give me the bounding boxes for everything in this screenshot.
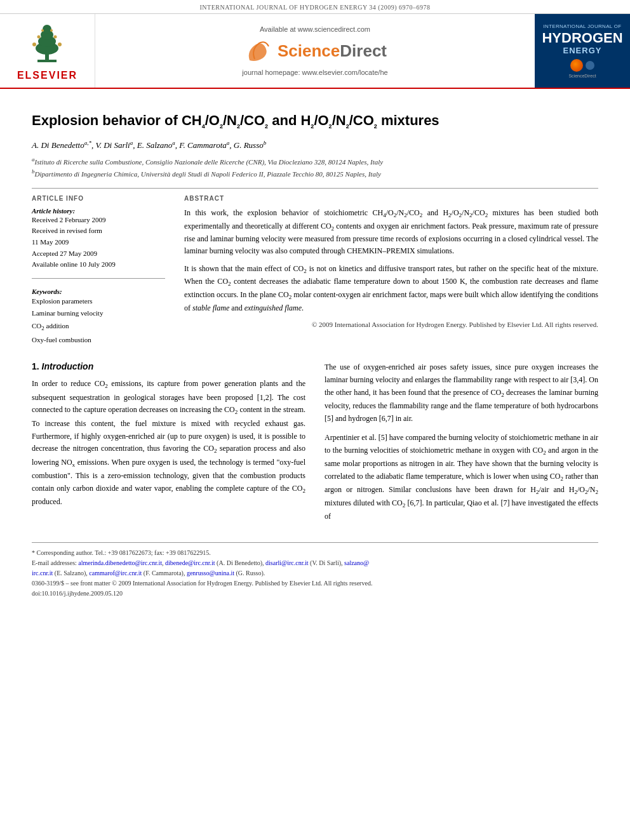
elsevier-logo-section: ELSEVIER: [0, 14, 95, 88]
accepted-date: Accepted 27 May 2009: [32, 248, 165, 260]
svg-point-7: [58, 43, 62, 46]
elsevier-logo: ELSEVIER: [17, 20, 77, 81]
svg-rect-1: [37, 60, 57, 62]
svg-point-11: [50, 29, 53, 32]
svg-point-6: [32, 43, 36, 46]
journal-cover-line3: ENERGY: [563, 46, 602, 55]
article-title: Explosion behavior of CH4/O2/N2/CO2 and …: [32, 112, 598, 131]
svg-point-5: [43, 25, 51, 34]
page-header: ELSEVIER Available at www.sciencedirect.…: [0, 14, 630, 89]
keywords-label: Keywords:: [32, 288, 165, 295]
abstract-copyright: © 2009 International Association for Hyd…: [184, 319, 598, 331]
keyword-4: Oxy-fuel combustion: [32, 334, 165, 347]
revised-date: 11 May 2009: [32, 237, 165, 248]
footer-doi: doi:10.1016/j.ijhydene.2009.05.120: [32, 589, 598, 599]
abstract-column: ABSTRACT In this work, the explosion beh…: [184, 195, 598, 347]
cover-publisher-logo: ScienceDirect: [568, 74, 596, 78]
email-1: almerinda.dibenedetto@irc.cnr.it: [78, 559, 162, 566]
revised-label: Received in revised form: [32, 225, 165, 237]
journal-cover-section: International Journal of HYDROGEN ENERGY…: [535, 14, 630, 88]
article-info-header: ARTICLE INFO: [32, 195, 165, 202]
email-6: genrusso@unina.it: [187, 570, 234, 577]
journal-url: journal homepage: www.elsevier.com/locat…: [242, 69, 387, 76]
info-abstract-section: ARTICLE INFO Article history: Received 2…: [32, 195, 598, 347]
intro-text-right: The use of oxygen-enriched air poses saf…: [325, 361, 598, 523]
keywords-section: Keywords: Explosion parameters Laminar b…: [32, 288, 165, 347]
available-text: Available at www.sciencedirect.com: [260, 25, 370, 33]
footer-emails: E-mail addresses: almerinda.dibenedetto@…: [32, 558, 598, 578]
email-3: disarli@irc.cnr.it: [265, 559, 309, 566]
footer-corresponding: * Corresponding author. Tel.: +39 081762…: [32, 548, 598, 558]
intro-text-left: In order to reduce CO2 emissions, its ca…: [32, 378, 305, 508]
footer-issn: 0360-3199/$ – see front matter © 2009 In…: [32, 578, 598, 589]
journal-header-bar: INTERNATIONAL JOURNAL OF HYDROGEN ENERGY…: [0, 0, 630, 14]
keyword-3: CO2 addition: [32, 320, 165, 333]
authors-line: A. Di Benedettoa,*, V. Di Sarlia, E. Sal…: [32, 140, 598, 150]
svg-point-10: [41, 29, 44, 32]
keyword-2: Laminar burning velocity: [32, 307, 165, 320]
email-5: cammarof@irc.cnr.it: [89, 570, 142, 577]
intro-left-col: 1. Introduction In order to reduce CO2 e…: [32, 361, 305, 530]
received-date: Received 2 February 2009: [32, 215, 165, 226]
journal-citation: INTERNATIONAL JOURNAL OF HYDROGEN ENERGY…: [199, 4, 430, 11]
intro-para-right-1: The use of oxygen-enriched air poses saf…: [325, 361, 598, 425]
sciencedirect-text: ScienceDirect: [278, 41, 387, 61]
elsevier-tree-icon: [22, 20, 72, 65]
abstract-header: ABSTRACT: [184, 195, 598, 202]
footer-section: * Corresponding author. Tel.: +39 081762…: [32, 542, 598, 599]
svg-point-8: [37, 36, 41, 39]
affiliation-b: bDipartimento di Ingegneria Chimica, Uni…: [32, 168, 598, 179]
available-date: Available online 10 July 2009: [32, 259, 165, 270]
affiliations: aIstituto di Ricerche sulla Combustione,…: [32, 156, 598, 178]
divider-2: [32, 278, 165, 279]
keyword-1: Explosion parameters: [32, 295, 165, 308]
email-2: dibenede@irc.cnr.it: [165, 559, 215, 566]
intro-right-col: The use of oxygen-enriched air poses saf…: [325, 361, 598, 530]
abstract-text: In this work, the explosion behavior of …: [184, 207, 598, 331]
article-info-column: ARTICLE INFO Article history: Received 2…: [32, 195, 165, 347]
main-content: Explosion behavior of CH4/O2/N2/CO2 and …: [0, 89, 630, 611]
elsevier-brand-text: ELSEVIER: [17, 70, 77, 81]
cover-graphic-circle: [570, 59, 583, 72]
divider-1: [32, 188, 598, 189]
journal-cover: International Journal of HYDROGEN ENERGY…: [541, 19, 624, 83]
intro-para-1: In order to reduce CO2 emissions, its ca…: [32, 378, 305, 508]
introduction-section: 1. Introduction In order to reduce CO2 e…: [32, 361, 598, 530]
intro-para-right-2: Arpentinier et al. [5] have compared the…: [325, 432, 598, 523]
journal-cover-line2: HYDROGEN: [542, 30, 622, 46]
sciencedirect-icon: [243, 38, 275, 63]
abstract-paragraph-1: In this work, the explosion behavior of …: [184, 207, 598, 258]
affiliation-a: aIstituto di Ricerche sulla Combustione,…: [32, 156, 598, 167]
cover-graphic-circle2: [586, 61, 594, 70]
article-history-label: Article history:: [32, 207, 165, 215]
section-title: 1. Introduction: [32, 361, 305, 371]
sciencedirect-section: Available at www.sciencedirect.com Scien…: [95, 14, 535, 88]
svg-point-9: [54, 36, 57, 39]
sciencedirect-logo: ScienceDirect: [243, 38, 387, 63]
abstract-paragraph-2: It is shown that the main effect of CO2 …: [184, 263, 598, 315]
